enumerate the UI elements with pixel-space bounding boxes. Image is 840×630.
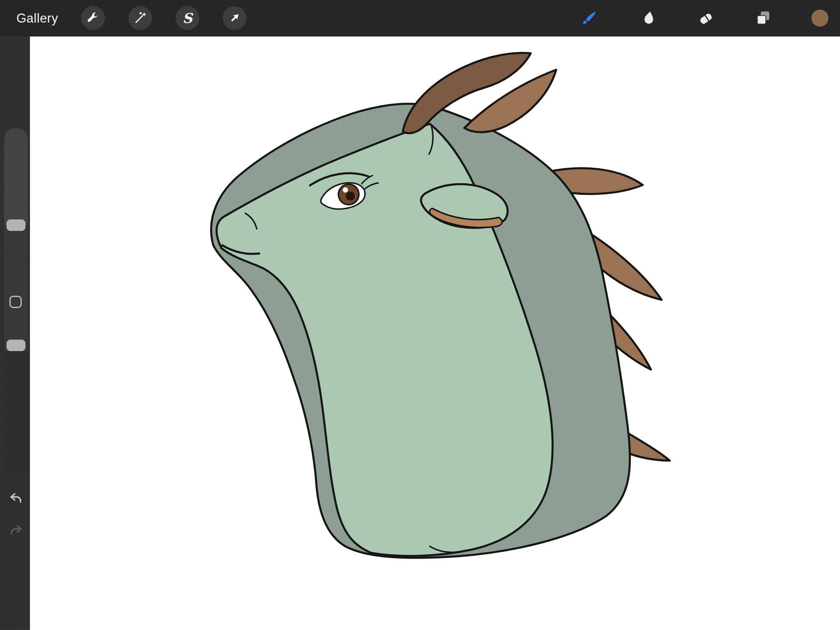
paint-tool-button[interactable] [578,7,600,29]
gallery-button[interactable]: Gallery [16,0,58,37]
sidebar-panel [4,128,28,477]
redo-icon [8,522,24,539]
transform-button[interactable] [223,6,247,30]
opacity-handle[interactable] [7,340,25,351]
actions-button[interactable] [81,6,105,30]
redo-button[interactable] [8,522,24,539]
wrench-icon [86,11,100,25]
artwork-dragon-head [30,37,840,630]
color-swatch [811,9,829,27]
undo-icon [8,490,24,507]
opacity-slider-track[interactable] [4,351,28,477]
eye-pupil [346,192,355,201]
adjustments-button[interactable] [128,6,152,30]
brush-size-slider[interactable] [4,128,28,225]
layers-button[interactable] [752,7,774,29]
smudge-tool-button[interactable] [637,7,659,29]
drawing-canvas[interactable] [30,37,840,630]
top-toolbar: Gallery S [0,0,840,37]
eraser-icon [697,9,715,27]
transform-arrow-icon [228,11,242,25]
selection-s-icon: S [183,11,192,25]
eye-highlight [343,187,348,193]
procreate-window: Gallery S [0,0,840,630]
layers-icon [754,9,772,27]
modify-button[interactable] [9,296,22,308]
selection-button[interactable]: S [176,6,199,30]
brush-icon [580,9,598,27]
color-button[interactable] [809,7,831,29]
magic-wand-icon [133,11,147,25]
brush-size-handle[interactable] [7,219,25,231]
undo-button[interactable] [8,490,24,507]
smudge-icon [639,9,657,27]
erase-tool-button[interactable] [695,7,717,29]
